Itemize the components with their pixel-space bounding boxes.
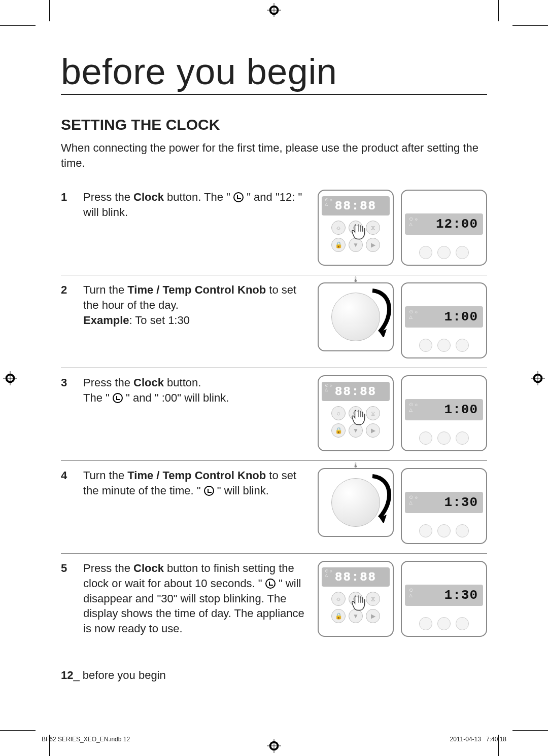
hand-press-icon <box>349 222 372 245</box>
step-illustrations: ⏲ ⊙△88:88 ☼⏱⧖ 🔒▼▶ ⏲△1:30 <box>318 561 487 637</box>
clock-icon <box>204 486 214 496</box>
step-number: 3 <box>61 375 83 451</box>
result-button <box>437 431 451 445</box>
crop-mark <box>498 0 499 21</box>
intro-text: When connecting the power for the first … <box>61 140 487 170</box>
crop-mark <box>49 0 50 21</box>
registration-mark-top <box>267 3 281 17</box>
step-illustrations: ⏲ ⊙△88:88 ☼⏱⧖ 🔒▼▶ ⏲ ⊙△1:00 <box>318 375 487 451</box>
control-panel-press: ⏲ ⊙△88:88 ☼⏱⧖ 🔒▼▶ <box>318 561 394 637</box>
hand-press-icon <box>349 593 372 616</box>
result-panel: ⏲△1:30 <box>401 561 487 637</box>
result-button <box>419 617 432 630</box>
lock-button: 🔒 <box>331 423 346 438</box>
step-3: 3 Press the Clock button. The " " and " … <box>61 368 487 461</box>
control-panel-press: ⏲ ⊙△88:88 ☼⏱⧖ 🔒▼▶ <box>318 375 394 451</box>
step-number: 2 <box>61 282 83 358</box>
step-text: Press the Clock button. The " " and "12:… <box>83 190 318 266</box>
result-button <box>437 246 451 259</box>
lcd-display: ⏲ ⊙△88:88 <box>322 382 390 401</box>
result-button <box>437 617 451 630</box>
lock-button: 🔒 <box>331 609 346 623</box>
page-title: before you begin <box>61 51 487 95</box>
result-button <box>456 339 469 352</box>
crop-mark <box>512 25 548 26</box>
step-number: 5 <box>61 561 83 637</box>
result-lcd: ⏲ ⊙△1:30 <box>405 492 483 513</box>
registration-mark-bottom <box>267 739 281 753</box>
result-button <box>456 246 469 259</box>
lcd-display: ⏲ ⊙△88:88 <box>322 196 390 215</box>
clock-icon <box>113 393 123 403</box>
step-text: Press the Clock button. The " " and " :0… <box>83 375 318 451</box>
page-content: before you begin SETTING THE CLOCK When … <box>61 51 487 660</box>
control-panel-press: ⏲ ⊙△88:88 ☼⏱⧖ 🔒▼▶ <box>318 190 394 266</box>
step-4: 4 Turn the Time / Temp Control Knob to s… <box>61 461 487 554</box>
crop-mark <box>0 730 36 731</box>
hand-press-icon <box>349 407 372 430</box>
rotate-clockwise-icon <box>366 286 397 337</box>
result-panel: ⏲ ⊙△1:30 <box>401 468 487 544</box>
step-text: Turn the Time / Temp Control Knob to set… <box>83 282 318 358</box>
file-meta-left: BF62 SERIES_XEO_EN.indb 12 <box>42 736 130 743</box>
result-panel: ⏲ ⊙△12:00 <box>401 190 487 266</box>
registration-mark-right <box>531 371 545 385</box>
result-button <box>437 339 451 352</box>
result-panel: ⏲ ⊙△1:00 <box>401 375 487 451</box>
result-button <box>419 339 432 352</box>
step-illustrations: 🌡 ⏲ ⊙△1:00 <box>318 282 487 358</box>
light-button: ☼ <box>331 592 346 606</box>
file-meta-right: 2011-04-13 7:40:18 <box>450 736 506 743</box>
footer-text: _ before you begin <box>73 669 165 681</box>
step-illustrations: ⏲ ⊙△88:88 ☼⏱⧖ 🔒▼▶ ⏲ ⊙△12:00 <box>318 190 487 266</box>
result-button <box>437 524 451 537</box>
result-button <box>419 524 432 537</box>
crop-mark <box>0 25 36 26</box>
result-panel: ⏲ ⊙△1:00 <box>401 282 487 358</box>
lcd-display: ⏲ ⊙△88:88 <box>322 567 390 587</box>
result-button <box>456 431 469 445</box>
page-number: 12 <box>61 669 73 681</box>
result-button <box>456 524 469 537</box>
control-knob-panel: 🌡 <box>318 282 394 351</box>
step-number: 1 <box>61 190 83 266</box>
step-number: 4 <box>61 468 83 544</box>
light-button: ☼ <box>331 221 346 235</box>
result-button <box>456 617 469 630</box>
registration-mark-left <box>3 371 17 385</box>
step-illustrations: 🌡 ⏲ ⊙△1:30 <box>318 468 487 544</box>
step-5: 5 Press the Clock button to finish setti… <box>61 554 487 646</box>
crop-mark <box>512 730 548 731</box>
control-knob-panel: 🌡 <box>318 468 394 537</box>
clock-icon <box>265 579 276 589</box>
step-2: 2 Turn the Time / Temp Control Knob to s… <box>61 275 487 368</box>
thermometer-icon: 🌡 <box>352 461 359 469</box>
rotate-clockwise-icon <box>366 472 397 523</box>
thermometer-icon: 🌡 <box>352 275 359 283</box>
step-1: 1 Press the Clock button. The " " and "1… <box>61 183 487 275</box>
step-text: Turn the Time / Temp Control Knob to set… <box>83 468 318 544</box>
result-button <box>419 246 432 259</box>
step-text: Press the Clock button to finish setting… <box>83 561 318 637</box>
lock-button: 🔒 <box>331 238 346 252</box>
section-heading: SETTING THE CLOCK <box>61 116 487 133</box>
result-lcd: ⏲ ⊙△1:00 <box>405 399 483 420</box>
light-button: ☼ <box>331 406 346 420</box>
result-lcd: ⏲△1:30 <box>405 585 483 606</box>
result-lcd: ⏲ ⊙△1:00 <box>405 306 483 328</box>
clock-icon <box>233 192 244 202</box>
result-button <box>419 431 432 445</box>
page-footer: 12_ before you begin <box>61 669 166 682</box>
result-lcd: ⏲ ⊙△12:00 <box>405 213 483 235</box>
